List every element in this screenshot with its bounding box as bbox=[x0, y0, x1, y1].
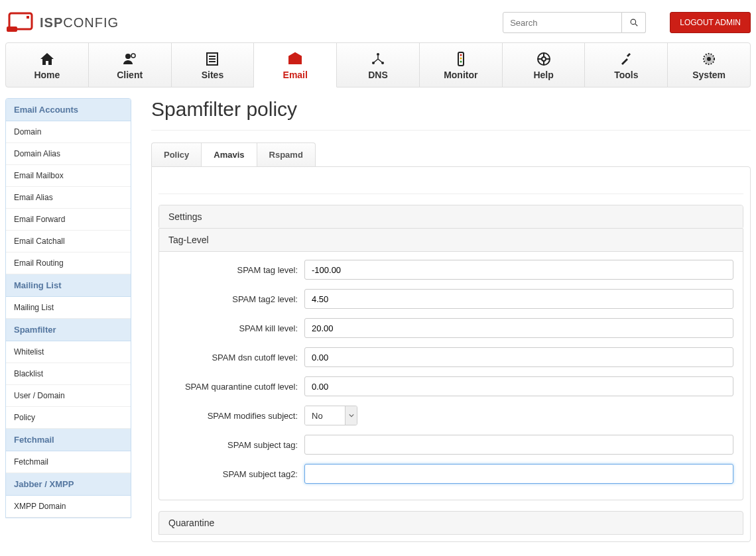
tabs: Policy Amavis Rspamd bbox=[151, 142, 316, 166]
nav-help[interactable]: Help bbox=[503, 43, 586, 87]
input-spam-subject-tag2[interactable] bbox=[304, 464, 733, 484]
system-icon bbox=[701, 51, 717, 67]
dns-icon bbox=[370, 51, 386, 67]
nav-dns[interactable]: DNS bbox=[337, 43, 420, 87]
input-spam-subject-tag[interactable] bbox=[304, 435, 733, 455]
sidebar-item-email-forward[interactable]: Email Forward bbox=[6, 209, 131, 231]
svg-rect-1 bbox=[7, 27, 17, 32]
input-spam-kill-level[interactable] bbox=[304, 318, 733, 338]
taglevel-header: Tag-Level bbox=[159, 229, 743, 252]
nav-monitor[interactable]: Monitor bbox=[420, 43, 503, 87]
svg-point-16 bbox=[460, 58, 462, 60]
nav-label: System bbox=[692, 70, 725, 80]
nav-label: Home bbox=[34, 70, 60, 80]
logo-icon bbox=[5, 12, 34, 33]
label-spam-tag-level: SPAM tag level: bbox=[168, 265, 304, 275]
input-spam-dsn-cutoff[interactable] bbox=[304, 347, 733, 367]
svg-point-15 bbox=[460, 54, 462, 56]
brand-text: ISPCONFIG bbox=[40, 15, 119, 30]
help-icon bbox=[536, 51, 552, 67]
svg-point-11 bbox=[377, 53, 379, 56]
sidebar-item-xmpp-domain[interactable]: XMPP Domain bbox=[6, 496, 131, 518]
sidebar-item-policy[interactable]: Policy bbox=[6, 407, 131, 429]
svg-point-17 bbox=[460, 61, 462, 63]
search-input[interactable] bbox=[503, 12, 622, 33]
svg-point-19 bbox=[542, 57, 546, 61]
nav-client[interactable]: Client bbox=[89, 43, 172, 87]
label-spam-subject-tag2: SPAM subject tag2: bbox=[168, 469, 304, 479]
page-title: Spamfilter policy bbox=[151, 98, 751, 121]
select-value: No bbox=[305, 406, 345, 425]
search-button[interactable] bbox=[622, 12, 646, 33]
nav-sites[interactable]: Sites bbox=[172, 43, 255, 87]
select-spam-modifies-subject[interactable]: No bbox=[304, 406, 357, 425]
sidebar: Email Accounts Domain Domain Alias Email… bbox=[5, 98, 131, 518]
nav-system[interactable]: System bbox=[668, 43, 750, 87]
label-spam-quarantine-cutoff: SPAM quarantine cutoff level: bbox=[168, 382, 304, 392]
sidebar-header-jabber: Jabber / XMPP bbox=[6, 473, 131, 496]
input-spam-tag2-level[interactable] bbox=[304, 289, 733, 309]
svg-rect-2 bbox=[27, 16, 29, 19]
nav-label: Help bbox=[533, 70, 553, 80]
label-spam-subject-tag: SPAM subject tag: bbox=[168, 440, 304, 450]
nav-label: Sites bbox=[202, 70, 223, 80]
label-spam-tag2-level: SPAM tag2 level: bbox=[168, 294, 304, 304]
tools-icon bbox=[618, 51, 634, 67]
sidebar-item-email-mailbox[interactable]: Email Mailbox bbox=[6, 165, 131, 187]
email-icon bbox=[287, 51, 303, 67]
sidebar-header-accounts: Email Accounts bbox=[6, 99, 131, 121]
tab-amavis[interactable]: Amavis bbox=[202, 143, 257, 166]
sidebar-item-domain[interactable]: Domain bbox=[6, 121, 131, 143]
svg-point-3 bbox=[631, 19, 636, 25]
chevron-down-icon bbox=[345, 406, 357, 425]
svg-point-5 bbox=[125, 54, 131, 59]
sidebar-header-fetchmail: Fetchmail bbox=[6, 429, 131, 451]
settings-fieldset: Settings bbox=[158, 205, 743, 229]
monitor-icon bbox=[453, 51, 469, 67]
main-nav: Home Client Sites Email DNS Monitor Help… bbox=[5, 42, 751, 87]
sidebar-item-email-catchall[interactable]: Email Catchall bbox=[6, 231, 131, 252]
label-spam-kill-level: SPAM kill level: bbox=[168, 323, 304, 333]
nav-label: Monitor bbox=[444, 70, 477, 80]
nav-label: DNS bbox=[368, 70, 388, 80]
sidebar-header-mailing: Mailing List bbox=[6, 274, 131, 297]
input-spam-quarantine-cutoff[interactable] bbox=[304, 376, 733, 396]
nav-label: Email bbox=[283, 70, 308, 80]
nav-home[interactable]: Home bbox=[6, 43, 89, 87]
nav-label: Tools bbox=[614, 70, 638, 80]
sites-icon bbox=[204, 51, 220, 67]
sidebar-item-domain-alias[interactable]: Domain Alias bbox=[6, 143, 131, 165]
svg-point-6 bbox=[131, 54, 135, 58]
sidebar-item-user-domain[interactable]: User / Domain bbox=[6, 385, 131, 407]
nav-email[interactable]: Email bbox=[254, 43, 337, 87]
client-icon bbox=[122, 51, 138, 67]
logo: ISPCONFIG bbox=[5, 12, 119, 33]
sidebar-item-email-routing[interactable]: Email Routing bbox=[6, 252, 131, 274]
label-spam-dsn-cutoff: SPAM dsn cutoff level: bbox=[168, 353, 304, 362]
svg-line-4 bbox=[635, 24, 637, 26]
search-icon bbox=[630, 19, 638, 27]
quarantine-header: Quarantine bbox=[158, 511, 743, 535]
tab-rspamd[interactable]: Rspamd bbox=[257, 143, 315, 166]
nav-tools[interactable]: Tools bbox=[585, 43, 668, 87]
sidebar-item-email-alias[interactable]: Email Alias bbox=[6, 187, 131, 209]
label-spam-modifies-subject: SPAM modifies subject: bbox=[168, 411, 304, 421]
sidebar-item-blacklist[interactable]: Blacklist bbox=[6, 363, 131, 385]
sidebar-item-mailing-list[interactable]: Mailing List bbox=[6, 297, 131, 319]
sidebar-header-spamfilter: Spamfilter bbox=[6, 319, 131, 341]
nav-label: Client bbox=[117, 70, 143, 80]
sidebar-item-fetchmail[interactable]: Fetchmail bbox=[6, 451, 131, 473]
logout-button[interactable]: LOGOUT ADMIN bbox=[670, 12, 751, 33]
input-spam-tag-level[interactable] bbox=[304, 260, 733, 280]
tab-policy[interactable]: Policy bbox=[152, 143, 202, 166]
settings-header: Settings bbox=[159, 205, 743, 229]
home-icon bbox=[39, 51, 55, 67]
sidebar-item-whitelist[interactable]: Whitelist bbox=[6, 341, 131, 363]
